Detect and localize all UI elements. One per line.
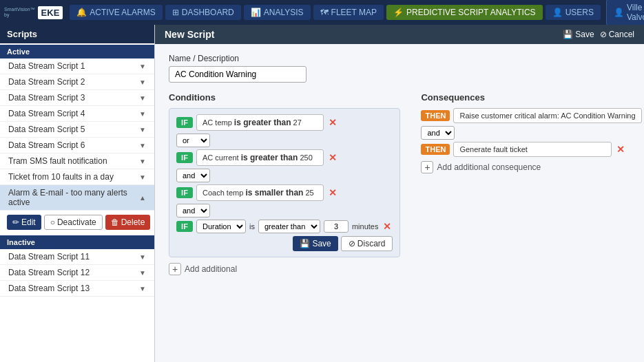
bolt-icon: ⚡ — [393, 8, 404, 17]
if-badge-3: IF — [176, 187, 193, 198]
chart-icon: 📊 — [251, 8, 261, 17]
inline-save-button[interactable]: 💾 Save — [293, 236, 337, 251]
condition-text-1: AC temp is greater than 27 — [196, 114, 324, 131]
remove-condition-3[interactable]: ✕ — [327, 187, 338, 198]
sidebar-item-label: Data Stream Script 3 — [8, 93, 85, 103]
connector-select-2[interactable]: and or — [176, 169, 210, 182]
sidebar: Scripts Active Data Stream Script 1 ▼ Da… — [0, 25, 155, 362]
chevron-icon: ▼ — [139, 269, 146, 277]
connector-row-1: or and — [176, 134, 393, 147]
name-section: Name / Description — [169, 54, 630, 83]
user-name: Ville Valvoja — [627, 3, 644, 22]
sidebar-item-ds5[interactable]: Data Stream Script 5 ▼ — [0, 122, 154, 138]
nav-dashboard[interactable]: ⊞ DASHBOARD — [165, 5, 241, 20]
sidebar-title: Scripts — [0, 25, 154, 43]
sidebar-item-label: Ticket from 10 faults in a day — [8, 172, 114, 182]
chevron-icon: ▼ — [139, 173, 146, 181]
content-title: New Script — [165, 29, 214, 40]
nav-predictive-script[interactable]: ⚡ PREDICTIVE SCRIPT ANALYTICS — [386, 5, 543, 20]
main-layout: Scripts Active Data Stream Script 1 ▼ Da… — [0, 25, 644, 362]
remove-consequence-2[interactable]: ✕ — [615, 144, 626, 155]
nav-dashboard-label: DASHBOARD — [182, 8, 234, 17]
conditions-consequences-area: Conditions IF AC temp is greater than 27… — [169, 92, 630, 275]
nav-active-alarms-label: ACTIVE ALARMS — [90, 8, 155, 17]
sidebar-item-ds2[interactable]: Data Stream Script 2 ▼ — [0, 74, 154, 90]
consequence-connector-select[interactable]: and or — [421, 126, 455, 140]
sidebar-item-label: Data Stream Script 12 — [8, 268, 90, 277]
nav-analysis-label: ANALYSIS — [264, 8, 304, 17]
header-cancel-button[interactable]: ⊘ Cancel — [600, 30, 634, 39]
chevron-icon: ▼ — [139, 126, 146, 134]
sidebar-item-label: Data Stream Script 13 — [8, 284, 90, 293]
header-cancel-label: Cancel — [609, 30, 634, 39]
remove-condition-1[interactable]: ✕ — [327, 117, 338, 128]
sidebar-item-ds4[interactable]: Data Stream Script 4 ▼ — [0, 106, 154, 122]
nav-active-alarms[interactable]: 🔔 ACTIVE ALARMS — [70, 5, 162, 20]
consequence-row-1: THEN Raise customer critical alarm: AC C… — [421, 108, 644, 123]
remove-condition-2[interactable]: ✕ — [327, 152, 338, 163]
nav-fleet-map[interactable]: 🗺 FLEET MAP — [313, 5, 384, 20]
edit-button[interactable]: ✏ Edit — [7, 215, 41, 230]
sidebar-item-ds3[interactable]: Data Stream Script 3 ▼ — [0, 90, 154, 106]
brand-tagline: SmartVision™ by — [4, 7, 35, 19]
nav-users[interactable]: 👤 USERS — [546, 5, 601, 20]
sidebar-item-label: Alarm & E-mail - too many alerts active — [8, 188, 139, 207]
duration-field-select[interactable]: Duration — [196, 220, 246, 233]
script-name-input[interactable] — [169, 66, 307, 83]
header-save-button[interactable]: 💾 Save — [563, 30, 594, 39]
consequence-row-2: THEN Generate fault ticket ✕ — [421, 142, 644, 157]
connector-select-1[interactable]: or and — [176, 134, 210, 147]
sidebar-item-label: Data Stream Script 11 — [8, 252, 90, 262]
condition-row-2: IF AC current is greater than 250 ✕ — [176, 149, 393, 166]
user-icon: 👤 — [552, 8, 563, 17]
then-badge-1: THEN — [421, 110, 450, 121]
name-section-label: Name / Description — [169, 54, 630, 63]
consequence-connector-1: and or — [421, 126, 644, 140]
sidebar-item-ticket[interactable]: Ticket from 10 faults in a day ▼ — [0, 169, 154, 185]
content-header-actions: 💾 Save ⊘ Cancel — [563, 30, 634, 39]
duration-value-input[interactable] — [324, 220, 349, 233]
grid-icon: ⊞ — [172, 8, 179, 17]
sidebar-item-ds12[interactable]: Data Stream Script 12 ▼ — [0, 265, 154, 281]
bell-icon: 🔔 — [76, 8, 87, 17]
header-save-label: Save — [575, 30, 594, 39]
sidebar-item-ds1[interactable]: Data Stream Script 1 ▼ — [0, 58, 154, 74]
sidebar-item-ds6[interactable]: Data Stream Script 6 ▼ — [0, 138, 154, 153]
if-badge-2: IF — [176, 152, 193, 163]
condition-row-1: IF AC temp is greater than 27 ✕ — [176, 114, 393, 131]
brand-logo-area: SmartVision™ by EKE — [4, 6, 63, 19]
sidebar-item-alarm-email[interactable]: Alarm & E-mail - too many alerts active … — [0, 185, 154, 211]
sidebar-item-ds11[interactable]: Data Stream Script 11 ▼ — [0, 249, 154, 265]
sidebar-item-ds13[interactable]: Data Stream Script 13 ▼ — [0, 281, 154, 297]
remove-condition-4[interactable]: ✕ — [382, 221, 393, 232]
duration-unit-label: minutes — [352, 222, 379, 231]
chevron-icon: ▼ — [139, 158, 146, 165]
trash-icon: 🗑 — [111, 217, 119, 227]
inline-discard-button[interactable]: ⊘ Discard — [341, 236, 393, 251]
duration-comparator-select[interactable]: greater than less than equal to — [258, 220, 320, 233]
sidebar-item-tram-sms[interactable]: Tram SMS fault notification ▼ — [0, 153, 154, 169]
consequences-column: Consequences THEN Raise customer critica… — [421, 92, 644, 173]
add-condition-icon: + — [169, 263, 181, 275]
pencil-icon: ✏ — [12, 217, 19, 227]
add-condition-label: Add additional — [185, 264, 237, 274]
inline-actions: 💾 Save ⊘ Discard — [176, 236, 393, 251]
add-condition-row[interactable]: + Add additional — [169, 263, 400, 275]
delete-button[interactable]: 🗑 Delete — [105, 215, 151, 230]
edit-label: Edit — [21, 217, 36, 227]
user-avatar-icon: 👤 — [614, 8, 624, 17]
sidebar-item-label: Data Stream Script 5 — [8, 125, 85, 134]
deactivate-button[interactable]: ○ Deactivate — [44, 215, 103, 230]
chevron-icon: ▼ — [139, 78, 146, 86]
sidebar-item-label: Data Stream Script 4 — [8, 109, 85, 118]
consequence-text-1: Raise customer critical alarm: AC Condit… — [453, 108, 641, 123]
connector-select-3[interactable]: and or — [176, 204, 210, 217]
if-badge-1: IF — [176, 117, 193, 128]
nav-analysis[interactable]: 📊 ANALYSIS — [244, 5, 311, 20]
save-icon: 💾 — [563, 30, 573, 39]
add-consequence-row[interactable]: + Add additional consequence — [421, 161, 644, 173]
add-consequence-label: Add additional consequence — [437, 162, 541, 172]
chevron-icon: ▼ — [139, 94, 146, 102]
user-menu[interactable]: 👤 Ville Valvoja ▼ — [606, 0, 644, 25]
add-consequence-icon: + — [421, 161, 433, 173]
